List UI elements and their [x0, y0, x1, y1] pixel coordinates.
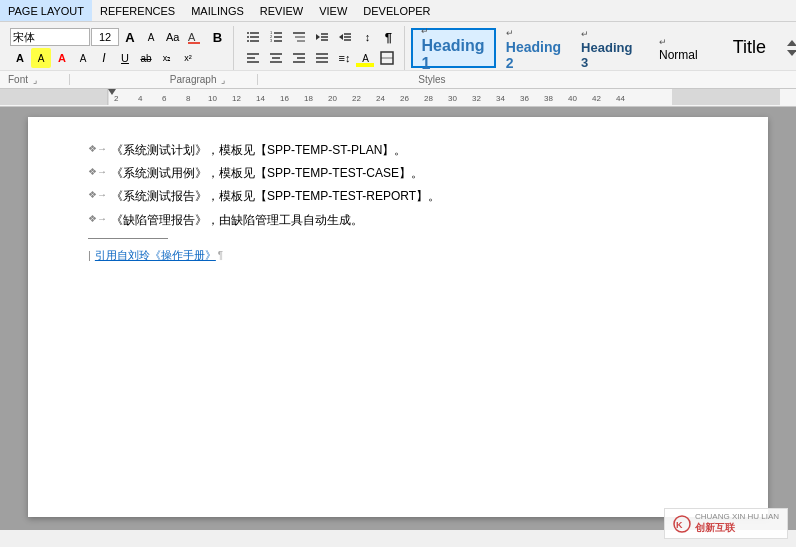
- svg-point-6: [247, 36, 249, 38]
- svg-text:20: 20: [328, 94, 337, 103]
- menu-review[interactable]: REVIEW: [252, 0, 311, 21]
- svg-text:6: 6: [162, 94, 167, 103]
- svg-point-5: [247, 32, 249, 34]
- watermark-subtitle: CHUANG XIN HU LIAN: [695, 512, 779, 521]
- style-normal[interactable]: ↵ Normal: [643, 28, 713, 68]
- svg-text:32: 32: [472, 94, 481, 103]
- svg-text:2: 2: [114, 94, 119, 103]
- svg-text:8: 8: [186, 94, 191, 103]
- bold-button[interactable]: B: [207, 27, 227, 47]
- styles-scroll-up[interactable]: [785, 39, 796, 57]
- style-heading2[interactable]: ↵ Heading 2: [497, 28, 571, 68]
- citation-line: | 引用自刘玲《操作手册》 ¶: [88, 247, 708, 265]
- list-item: ❖→ 《系统测试计划》，模板见【SPP-TEMP-ST-PLAN】。: [88, 141, 708, 160]
- list-item: ❖→ 《系统测试报告》，模板见【SPP-TEMP-TEST-REPORT】。: [88, 187, 708, 206]
- superscript-button[interactable]: x²: [178, 48, 198, 68]
- paragraph-group-expand[interactable]: ⌟: [219, 75, 227, 85]
- svg-text:14: 14: [256, 94, 265, 103]
- svg-text:A: A: [188, 31, 196, 43]
- footnote-marker: |: [88, 247, 91, 265]
- menu-page-layout[interactable]: PAGE LAYOUT: [0, 0, 92, 21]
- normal-prefix: ↵: [659, 37, 667, 47]
- bullets-button[interactable]: [242, 27, 264, 47]
- svg-marker-17: [316, 34, 320, 40]
- svg-text:24: 24: [376, 94, 385, 103]
- bullet-icon: ❖→: [88, 187, 107, 203]
- svg-text:16: 16: [280, 94, 289, 103]
- item-text-3: 《系统测试报告》，模板见【SPP-TEMP-TEST-REPORT】。: [111, 187, 708, 206]
- svg-text:K: K: [676, 520, 683, 530]
- show-marks-button[interactable]: ¶: [378, 27, 398, 47]
- watermark-text: CHUANG XIN HU LIAN 创新互联: [695, 512, 779, 535]
- bullet-icon: ❖→: [88, 164, 107, 180]
- svg-text:12: 12: [232, 94, 241, 103]
- sort-button[interactable]: ↕: [357, 27, 377, 47]
- svg-text:3: 3: [270, 38, 273, 43]
- paragraph-group: 123 ↕ ¶: [236, 26, 405, 70]
- menu-mailings[interactable]: MAILINGS: [183, 0, 252, 21]
- bold-button2[interactable]: A: [10, 48, 30, 68]
- svg-point-7: [247, 40, 249, 42]
- style-heading3[interactable]: ↵ Heading 3: [572, 28, 642, 68]
- styles-panel: ↵ Heading 1 ↵ Heading 2 ↵ Heading 3 ↵: [407, 26, 796, 70]
- svg-text:30: 30: [448, 94, 457, 103]
- svg-text:28: 28: [424, 94, 433, 103]
- subscript-button[interactable]: x₂: [157, 48, 177, 68]
- bullet-icon: ❖→: [88, 211, 107, 227]
- svg-text:42: 42: [592, 94, 601, 103]
- highlight-button[interactable]: A: [31, 48, 51, 68]
- style-h3-label: Heading 3: [581, 40, 633, 70]
- style-heading1[interactable]: ↵ Heading 1: [411, 28, 495, 68]
- doc-page: ❖→ 《系统测试计划》，模板见【SPP-TEMP-ST-PLAN】。 ❖→ 《系…: [28, 117, 768, 517]
- menu-references[interactable]: REFERENCES: [92, 0, 183, 21]
- shading-button[interactable]: A: [355, 48, 375, 68]
- svg-marker-39: [787, 40, 796, 46]
- svg-text:34: 34: [496, 94, 505, 103]
- font-group-expand[interactable]: ⌟: [31, 75, 39, 85]
- clear-format-button[interactable]: A: [184, 27, 206, 47]
- h3-prefix: ↵: [581, 29, 589, 39]
- svg-text:26: 26: [400, 94, 409, 103]
- menu-view[interactable]: VIEW: [311, 0, 355, 21]
- svg-text:4: 4: [138, 94, 143, 103]
- borders-button[interactable]: [376, 48, 398, 68]
- watermark-icon: K: [673, 515, 691, 533]
- shrink-font-button[interactable]: A: [141, 27, 161, 47]
- paragraph-group-label: Paragraph ⌟: [70, 74, 258, 85]
- grow-font-button[interactable]: A: [120, 27, 140, 47]
- doc-content: ❖→ 《系统测试计划》，模板见【SPP-TEMP-ST-PLAN】。 ❖→ 《系…: [88, 141, 708, 264]
- list-item: ❖→ 《系统测试用例》，模板见【SPP-TEMP-TEST-CASE】。: [88, 164, 708, 183]
- font-case-button[interactable]: Aa: [162, 27, 183, 47]
- line-spacing-button[interactable]: ≡↕: [334, 48, 354, 68]
- item-text-4: 《缺陷管理报告》，由缺陷管理工具自动生成。: [111, 211, 708, 230]
- multilevel-list-button[interactable]: [288, 27, 310, 47]
- font-size-input[interactable]: [91, 28, 119, 46]
- svg-text:36: 36: [520, 94, 529, 103]
- increase-indent-button[interactable]: [334, 27, 356, 47]
- italic-button[interactable]: I: [94, 48, 114, 68]
- style-normal-label: Normal: [659, 48, 698, 62]
- justify-button[interactable]: [311, 48, 333, 68]
- svg-text:10: 10: [208, 94, 217, 103]
- decrease-indent-button[interactable]: [311, 27, 333, 47]
- menu-developer[interactable]: DEVELOPER: [355, 0, 438, 21]
- font-name-input[interactable]: [10, 28, 90, 46]
- style-h2-label: Heading 2: [506, 39, 562, 71]
- font-color-button[interactable]: A: [52, 48, 72, 68]
- numbering-button[interactable]: 123: [265, 27, 287, 47]
- underline-button[interactable]: U: [115, 48, 135, 68]
- citation-link[interactable]: 引用自刘玲《操作手册》: [95, 247, 216, 265]
- style-title[interactable]: Title: [714, 28, 784, 68]
- list-item: ❖→ 《缺陷管理报告》，由缺陷管理工具自动生成。: [88, 211, 708, 230]
- ribbon-labels-row: Font ⌟ Paragraph ⌟ Styles: [0, 70, 796, 88]
- svg-marker-40: [787, 50, 796, 56]
- menu-bar: PAGE LAYOUT REFERENCES MAILINGS REVIEW V…: [0, 0, 796, 22]
- styles-group-label: Styles: [258, 74, 475, 85]
- strikethrough-button[interactable]: ab: [136, 48, 156, 68]
- ribbon-toolbar: A A Aa A B A A A A I U ab x₂: [0, 22, 796, 70]
- svg-rect-42: [672, 89, 780, 105]
- text-effect-button[interactable]: A: [73, 48, 93, 68]
- align-left-button[interactable]: [242, 48, 264, 68]
- align-center-button[interactable]: [265, 48, 287, 68]
- align-right-button[interactable]: [288, 48, 310, 68]
